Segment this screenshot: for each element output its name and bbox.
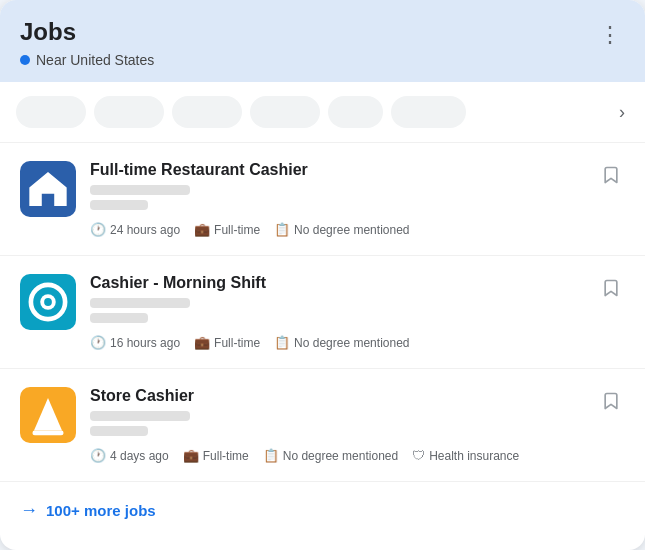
bookmark-button-2[interactable] (597, 276, 625, 305)
job-sub-placeholder-3 (90, 426, 148, 436)
job-content-1: Full-time Restaurant Cashier 🕐 24 hours … (90, 161, 583, 237)
job-type-2: 💼 Full-time (194, 335, 260, 350)
job-type-3: 💼 Full-time (183, 448, 249, 463)
briefcase-icon: 💼 (194, 222, 210, 237)
page-title: Jobs (20, 18, 154, 46)
house-icon (20, 161, 76, 217)
location-dot-icon (20, 55, 30, 65)
job-company-placeholder-3 (90, 411, 190, 421)
filter-pills (16, 96, 607, 128)
job-content-2: Cashier - Morning Shift 🕐 16 hours ago 💼… (90, 274, 583, 350)
clock-icon: 🕐 (90, 335, 106, 350)
more-jobs-label: 100+ more jobs (46, 502, 156, 519)
job-time-1: 🕐 24 hours ago (90, 222, 180, 237)
diploma-icon: 📋 (263, 448, 279, 463)
header-left: Jobs Near United States (20, 18, 154, 68)
clock-icon: 🕐 (90, 222, 106, 237)
filter-pill-1[interactable] (16, 96, 86, 128)
job-meta-2: 🕐 16 hours ago 💼 Full-time 📋 No degree m… (90, 335, 583, 350)
job-item-1[interactable]: Full-time Restaurant Cashier 🕐 24 hours … (0, 143, 645, 256)
job-sub-placeholder-1 (90, 200, 148, 210)
more-jobs-link[interactable]: → 100+ more jobs (20, 500, 156, 521)
job-edu-1: 📋 No degree mentioned (274, 222, 409, 237)
arrow-right-icon: → (20, 500, 38, 521)
bookmark-button-3[interactable] (597, 389, 625, 418)
briefcase-icon: 💼 (194, 335, 210, 350)
ring-icon (20, 274, 76, 330)
svg-rect-4 (32, 431, 63, 436)
bookmark-icon (601, 391, 621, 411)
job-benefit-3: 🛡 Health insurance (412, 448, 519, 463)
filter-pill-5[interactable] (328, 96, 383, 128)
filter-pill-2[interactable] (94, 96, 164, 128)
filter-pill-6[interactable] (391, 96, 466, 128)
footer: → 100+ more jobs (0, 482, 645, 539)
filter-scroll-right-button[interactable]: › (615, 98, 629, 127)
bookmark-button-1[interactable] (597, 163, 625, 192)
header: Jobs Near United States ⋮ (0, 0, 645, 82)
job-content-3: Store Cashier 🕐 4 days ago 💼 Full-time 📋… (90, 387, 583, 463)
job-edu-3: 📋 No degree mentioned (263, 448, 398, 463)
filter-bar: › (0, 82, 645, 143)
bookmark-icon (601, 278, 621, 298)
jobs-list: Full-time Restaurant Cashier 🕐 24 hours … (0, 143, 645, 482)
job-item-3[interactable]: Store Cashier 🕐 4 days ago 💼 Full-time 📋… (0, 369, 645, 482)
job-time-2: 🕐 16 hours ago (90, 335, 180, 350)
diploma-icon: 📋 (274, 222, 290, 237)
job-edu-2: 📋 No degree mentioned (274, 335, 409, 350)
job-logo-3 (20, 387, 76, 443)
location-row: Near United States (20, 52, 154, 68)
cone-icon (20, 387, 76, 443)
jobs-card: Jobs Near United States ⋮ › (0, 0, 645, 550)
job-title-2: Cashier - Morning Shift (90, 274, 583, 292)
filter-pill-4[interactable] (250, 96, 320, 128)
job-type-1: 💼 Full-time (194, 222, 260, 237)
job-logo-1 (20, 161, 76, 217)
job-title-1: Full-time Restaurant Cashier (90, 161, 583, 179)
more-options-button[interactable]: ⋮ (595, 18, 625, 52)
svg-marker-3 (34, 398, 62, 431)
job-company-placeholder-1 (90, 185, 190, 195)
clock-icon: 🕐 (90, 448, 106, 463)
filter-pill-3[interactable] (172, 96, 242, 128)
diploma-icon: 📋 (274, 335, 290, 350)
shield-icon: 🛡 (412, 448, 425, 463)
job-item-2[interactable]: Cashier - Morning Shift 🕐 16 hours ago 💼… (0, 256, 645, 369)
job-meta-1: 🕐 24 hours ago 💼 Full-time 📋 No degree m… (90, 222, 583, 237)
job-company-placeholder-2 (90, 298, 190, 308)
job-meta-3: 🕐 4 days ago 💼 Full-time 📋 No degree men… (90, 448, 583, 463)
location-label: Near United States (36, 52, 154, 68)
briefcase-icon: 💼 (183, 448, 199, 463)
svg-point-2 (44, 298, 52, 306)
job-title-3: Store Cashier (90, 387, 583, 405)
bookmark-icon (601, 165, 621, 185)
job-logo-2 (20, 274, 76, 330)
job-time-3: 🕐 4 days ago (90, 448, 169, 463)
job-sub-placeholder-2 (90, 313, 148, 323)
